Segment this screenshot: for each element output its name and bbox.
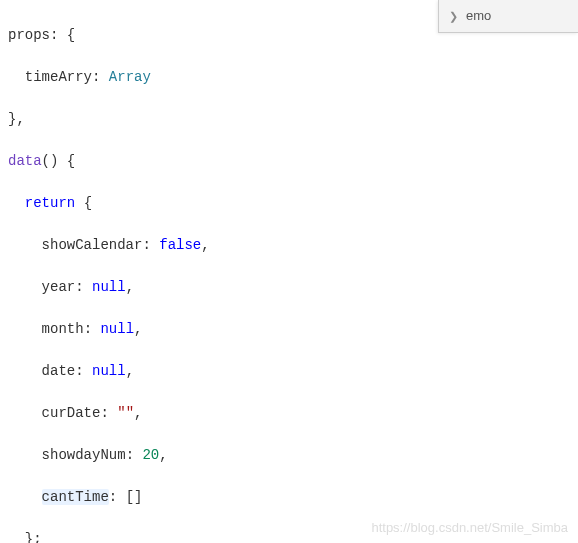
- type-array: Array: [109, 69, 151, 85]
- breadcrumb-dropdown: ❯ emo: [438, 0, 578, 33]
- keyword-props: props: [8, 27, 50, 43]
- key-showCalendar: showCalendar: [42, 237, 143, 253]
- method-data: data: [8, 153, 42, 169]
- key-date: date: [42, 363, 76, 379]
- code-editor[interactable]: props: { timeArry: Array }, data() { ret…: [0, 0, 578, 543]
- key-showdayNum: showdayNum: [42, 447, 126, 463]
- key-month: month: [42, 321, 84, 337]
- val-20: 20: [142, 447, 159, 463]
- dropdown-item-label: emo: [466, 6, 491, 26]
- val-empty-string: "": [117, 405, 134, 421]
- keyword-return: return: [25, 195, 75, 211]
- val-null: null: [92, 279, 126, 295]
- key-year: year: [42, 279, 76, 295]
- prop-timeArry: timeArry: [25, 69, 92, 85]
- chevron-right-icon: ❯: [449, 8, 458, 25]
- val-false: false: [159, 237, 201, 253]
- key-cantTime: cantTime: [42, 489, 109, 505]
- val-empty-array: []: [126, 489, 143, 505]
- dropdown-item-emo[interactable]: ❯ emo: [439, 0, 578, 32]
- key-curDate: curDate: [42, 405, 101, 421]
